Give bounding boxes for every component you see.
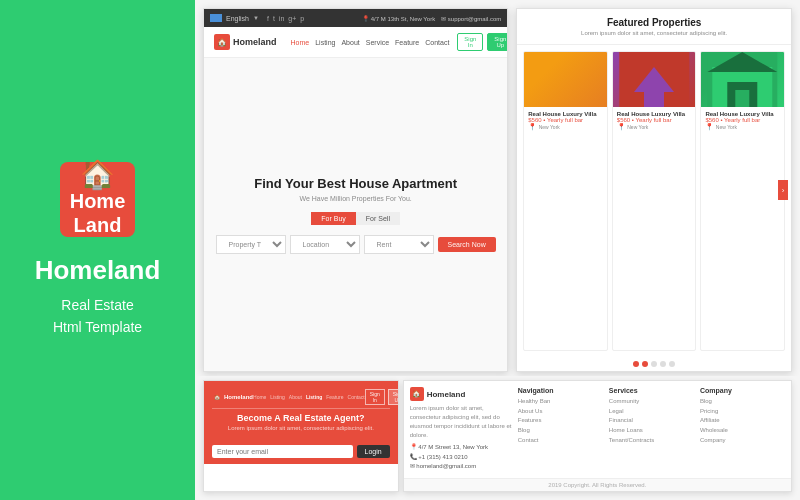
property-location-2: 📍 New York — [617, 123, 692, 131]
site-logo: 🏠 Homeland — [214, 34, 277, 50]
footer-svc-1: Community — [609, 397, 694, 407]
footer-navigation-col: Navigation Healthy Ban About Us Features… — [518, 387, 603, 472]
footer-services-col: Services Community Legal Financial Home … — [609, 387, 694, 472]
footer-company-title: Company — [700, 387, 785, 394]
hero-title: Find Your Best House Apartment — [254, 176, 457, 191]
footer-logo-icon: 🏠 — [410, 387, 424, 401]
right-panel: English ▼ f t in g+ p 📍 4/7 M 13th St, N… — [195, 0, 800, 500]
property-info-1: Real House Luxury Villa $560 • Yearly fu… — [524, 107, 607, 135]
footer-nav-item-4: Blog — [518, 426, 603, 436]
property-card-1: Real House Luxury Villa $560 • Yearly fu… — [523, 51, 608, 351]
svg-rect-0 — [619, 52, 689, 107]
hero-subtitle: We Have Million Properties For You. — [299, 195, 411, 202]
brand-name: Homeland — [35, 255, 161, 286]
agent-card-subtitle: Lorem ipsum dolor sit amet, consectetur … — [212, 425, 390, 431]
property-info-2: Real House Luxury Villa $560 • Yearly fu… — [613, 107, 696, 135]
nav-home[interactable]: Home — [291, 39, 310, 46]
site-logo-name: Homeland — [233, 37, 277, 47]
nav-service[interactable]: Service — [366, 39, 389, 46]
footer-copyright: 2019 Copyright. All Rights Reserved. — [404, 478, 791, 491]
property-image-2 — [613, 52, 696, 107]
featured-properties-row: Real House Luxury Villa $560 • Yearly fu… — [517, 45, 791, 357]
svg-rect-8 — [736, 90, 750, 107]
footer-co-2: Pricing — [700, 407, 785, 417]
footer-co-4: Wholesale — [700, 426, 785, 436]
dot-2 — [642, 361, 648, 367]
tab-buy[interactable]: For Buy — [311, 212, 356, 225]
logo-box: 🏠 Home Land — [60, 162, 135, 237]
footer-svc-4: Home Loans — [609, 426, 694, 436]
topbar-right: 📍 4/7 M 13th St, New York ✉ support@gmai… — [362, 15, 501, 22]
agent-card-header: 🏠 Homeland Home Listing About Listing Fe… — [204, 381, 398, 439]
brand-subtitle: Real Estate Html Template — [53, 294, 142, 339]
agent-card-title: Become A Real Estate Agent? — [212, 413, 390, 423]
dot-3 — [651, 361, 657, 367]
bottom-preview: 🏠 Homeland Home Listing About Listing Fe… — [195, 376, 800, 500]
footer-card: 🏠 Homeland Lorem ipsum dolor sit amet, c… — [403, 380, 792, 492]
search-now-button[interactable]: Search Now — [438, 237, 496, 252]
left-panel: 🏠 Home Land Homeland Real Estate Html Te… — [0, 0, 195, 500]
dot-4 — [660, 361, 666, 367]
site-hero: Find Your Best House Apartment We Have M… — [204, 58, 507, 371]
flag-icon — [210, 14, 222, 22]
topbar-left: English ▼ f t in g+ p — [210, 14, 304, 22]
agent-login-button[interactable]: Login — [357, 445, 390, 458]
footer-nav-item-2: About Us — [518, 407, 603, 417]
location-select[interactable]: Location — [290, 235, 360, 254]
property-card-3: Real House Luxury Villa $560 • Yearly fu… — [700, 51, 785, 351]
footer-svc-3: Financial — [609, 416, 694, 426]
nav-about[interactable]: About — [341, 39, 359, 46]
footer-co-5: Company — [700, 436, 785, 446]
site-navbar: 🏠 Homeland Home Listing About Service Fe… — [204, 27, 507, 58]
carousel-dots — [517, 357, 791, 371]
footer-nav-item-3: Features — [518, 416, 603, 426]
svg-rect-2 — [644, 87, 664, 107]
property-info-3: Real House Luxury Villa $560 • Yearly fu… — [701, 107, 784, 135]
featured-title: Featured Properties — [525, 17, 783, 28]
property-image-1 — [524, 52, 607, 107]
dot-5 — [669, 361, 675, 367]
featured-subtitle: Lorem ipsum dolor sit amet, consectetur … — [525, 30, 783, 36]
footer-logo: 🏠 Homeland — [410, 387, 512, 401]
svg-rect-3 — [649, 94, 659, 107]
agent-email-input[interactable] — [212, 445, 353, 458]
agent-input-row: Login — [204, 439, 398, 464]
signup-button[interactable]: Sign Up — [487, 33, 508, 51]
footer-content: 🏠 Homeland Lorem ipsum dolor sit amet, c… — [404, 381, 791, 478]
hero-search-row: Property Type Location Rent Search Now — [216, 235, 496, 254]
rent-select[interactable]: Rent — [364, 235, 434, 254]
tab-sell[interactable]: For Sell — [356, 212, 400, 225]
top-preview: English ▼ f t in g+ p 📍 4/7 M 13th St, N… — [195, 0, 800, 376]
footer-logo-name: Homeland — [427, 390, 466, 399]
footer-nav-title: Navigation — [518, 387, 603, 394]
property-card-2: Real House Luxury Villa $560 • Yearly fu… — [612, 51, 697, 351]
home-icon: 🏠 — [80, 161, 115, 189]
nav-listing[interactable]: Listing — [315, 39, 335, 46]
site-logo-icon: 🏠 — [214, 34, 230, 50]
dot-1 — [633, 361, 639, 367]
nav-contact[interactable]: Contact — [425, 39, 449, 46]
signin-button[interactable]: Sign In — [457, 33, 483, 51]
property-type-select[interactable]: Property Type — [216, 235, 286, 254]
footer-description: Lorem ipsum dolor sit amet, consectetur … — [410, 404, 512, 440]
footer-nav-item-5: Contact — [518, 436, 603, 446]
footer-co-1: Blog — [700, 397, 785, 407]
footer-co-3: Affiliate — [700, 416, 785, 426]
property-location-3: 📍 New York — [705, 123, 780, 131]
footer-brand-col: 🏠 Homeland Lorem ipsum dolor sit amet, c… — [410, 387, 512, 472]
featured-header: Featured Properties Lorem ipsum dolor si… — [517, 9, 791, 45]
footer-company-col: Company Blog Pricing Affiliate Wholesale… — [700, 387, 785, 472]
footer-services-title: Services — [609, 387, 694, 394]
logo-text: Home Land — [70, 189, 126, 237]
scroll-right-button[interactable]: › — [778, 180, 788, 200]
footer-nav-item-1: Healthy Ban — [518, 397, 603, 407]
nav-feature[interactable]: Feature — [395, 39, 419, 46]
website-preview-right: Featured Properties Lorem ipsum dolor si… — [516, 8, 792, 372]
agent-card: 🏠 Homeland Home Listing About Listing Fe… — [203, 380, 399, 492]
site-topbar: English ▼ f t in g+ p 📍 4/7 M 13th St, N… — [204, 9, 507, 27]
website-preview-left: English ▼ f t in g+ p 📍 4/7 M 13th St, N… — [203, 8, 508, 372]
site-nav-buttons: Sign In Sign Up — [457, 33, 508, 51]
featured-card: Featured Properties Lorem ipsum dolor si… — [516, 8, 792, 372]
property-location-1: 📍 New York — [528, 123, 603, 131]
footer-svc-5: Tenant/Contracts — [609, 436, 694, 446]
